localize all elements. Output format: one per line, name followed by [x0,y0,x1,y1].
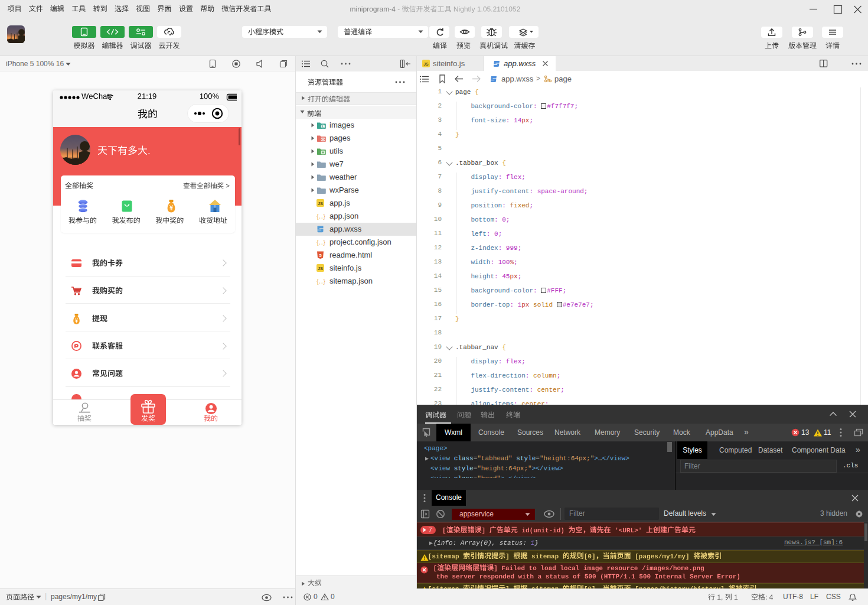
svg-text:JS: JS [423,62,429,66]
svg-text:{..}: {..} [316,279,325,285]
svg-text:JS: JS [318,266,323,271]
svg-text:{..}: {..} [316,214,325,220]
svg-text:5: 5 [319,253,321,258]
svg-text:{..}: {..} [316,240,325,246]
svg-text:JS: JS [318,201,323,206]
